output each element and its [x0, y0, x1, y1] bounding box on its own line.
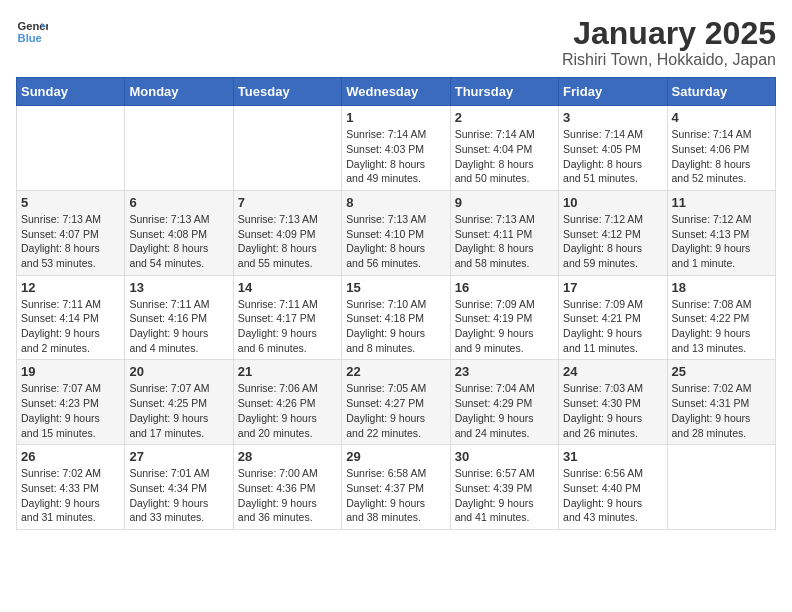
- calendar-cell: 4Sunrise: 7:14 AM Sunset: 4:06 PM Daylig…: [667, 106, 775, 191]
- calendar-cell: 1Sunrise: 7:14 AM Sunset: 4:03 PM Daylig…: [342, 106, 450, 191]
- calendar-cell: 13Sunrise: 7:11 AM Sunset: 4:16 PM Dayli…: [125, 275, 233, 360]
- calendar-week-row: 5Sunrise: 7:13 AM Sunset: 4:07 PM Daylig…: [17, 190, 776, 275]
- day-number: 26: [21, 449, 120, 464]
- day-number: 13: [129, 280, 228, 295]
- day-info: Sunrise: 7:10 AM Sunset: 4:18 PM Dayligh…: [346, 297, 445, 356]
- day-number: 12: [21, 280, 120, 295]
- day-info: Sunrise: 7:11 AM Sunset: 4:14 PM Dayligh…: [21, 297, 120, 356]
- day-number: 2: [455, 110, 554, 125]
- calendar-cell: 6Sunrise: 7:13 AM Sunset: 4:08 PM Daylig…: [125, 190, 233, 275]
- calendar-cell: 23Sunrise: 7:04 AM Sunset: 4:29 PM Dayli…: [450, 360, 558, 445]
- day-info: Sunrise: 7:13 AM Sunset: 4:11 PM Dayligh…: [455, 212, 554, 271]
- calendar-cell: 18Sunrise: 7:08 AM Sunset: 4:22 PM Dayli…: [667, 275, 775, 360]
- day-info: Sunrise: 7:07 AM Sunset: 4:25 PM Dayligh…: [129, 381, 228, 440]
- calendar-cell: 21Sunrise: 7:06 AM Sunset: 4:26 PM Dayli…: [233, 360, 341, 445]
- calendar-cell: [233, 106, 341, 191]
- day-info: Sunrise: 6:58 AM Sunset: 4:37 PM Dayligh…: [346, 466, 445, 525]
- calendar-cell: 19Sunrise: 7:07 AM Sunset: 4:23 PM Dayli…: [17, 360, 125, 445]
- day-number: 22: [346, 364, 445, 379]
- calendar-cell: 25Sunrise: 7:02 AM Sunset: 4:31 PM Dayli…: [667, 360, 775, 445]
- weekday-header: Tuesday: [233, 78, 341, 106]
- calendar-cell: 9Sunrise: 7:13 AM Sunset: 4:11 PM Daylig…: [450, 190, 558, 275]
- weekday-header: Friday: [559, 78, 667, 106]
- day-info: Sunrise: 7:01 AM Sunset: 4:34 PM Dayligh…: [129, 466, 228, 525]
- calendar-cell: [17, 106, 125, 191]
- day-info: Sunrise: 7:13 AM Sunset: 4:09 PM Dayligh…: [238, 212, 337, 271]
- day-number: 11: [672, 195, 771, 210]
- day-number: 19: [21, 364, 120, 379]
- calendar-cell: 24Sunrise: 7:03 AM Sunset: 4:30 PM Dayli…: [559, 360, 667, 445]
- calendar-week-row: 1Sunrise: 7:14 AM Sunset: 4:03 PM Daylig…: [17, 106, 776, 191]
- day-number: 4: [672, 110, 771, 125]
- calendar-cell: 20Sunrise: 7:07 AM Sunset: 4:25 PM Dayli…: [125, 360, 233, 445]
- day-info: Sunrise: 7:06 AM Sunset: 4:26 PM Dayligh…: [238, 381, 337, 440]
- day-number: 8: [346, 195, 445, 210]
- calendar-cell: 2Sunrise: 7:14 AM Sunset: 4:04 PM Daylig…: [450, 106, 558, 191]
- day-info: Sunrise: 7:00 AM Sunset: 4:36 PM Dayligh…: [238, 466, 337, 525]
- calendar-cell: [125, 106, 233, 191]
- calendar-cell: 15Sunrise: 7:10 AM Sunset: 4:18 PM Dayli…: [342, 275, 450, 360]
- calendar-cell: 28Sunrise: 7:00 AM Sunset: 4:36 PM Dayli…: [233, 445, 341, 530]
- weekday-header: Thursday: [450, 78, 558, 106]
- day-info: Sunrise: 7:14 AM Sunset: 4:03 PM Dayligh…: [346, 127, 445, 186]
- calendar-cell: 8Sunrise: 7:13 AM Sunset: 4:10 PM Daylig…: [342, 190, 450, 275]
- day-number: 23: [455, 364, 554, 379]
- calendar-cell: 16Sunrise: 7:09 AM Sunset: 4:19 PM Dayli…: [450, 275, 558, 360]
- logo: General Blue: [16, 16, 48, 48]
- calendar-cell: 26Sunrise: 7:02 AM Sunset: 4:33 PM Dayli…: [17, 445, 125, 530]
- calendar-week-row: 26Sunrise: 7:02 AM Sunset: 4:33 PM Dayli…: [17, 445, 776, 530]
- calendar-cell: 31Sunrise: 6:56 AM Sunset: 4:40 PM Dayli…: [559, 445, 667, 530]
- day-number: 16: [455, 280, 554, 295]
- day-info: Sunrise: 7:14 AM Sunset: 4:04 PM Dayligh…: [455, 127, 554, 186]
- day-info: Sunrise: 7:08 AM Sunset: 4:22 PM Dayligh…: [672, 297, 771, 356]
- day-number: 30: [455, 449, 554, 464]
- weekday-header: Sunday: [17, 78, 125, 106]
- day-number: 21: [238, 364, 337, 379]
- day-number: 5: [21, 195, 120, 210]
- calendar-cell: 17Sunrise: 7:09 AM Sunset: 4:21 PM Dayli…: [559, 275, 667, 360]
- day-number: 20: [129, 364, 228, 379]
- day-number: 14: [238, 280, 337, 295]
- calendar-cell: 22Sunrise: 7:05 AM Sunset: 4:27 PM Dayli…: [342, 360, 450, 445]
- day-info: Sunrise: 7:04 AM Sunset: 4:29 PM Dayligh…: [455, 381, 554, 440]
- weekday-header: Saturday: [667, 78, 775, 106]
- day-info: Sunrise: 7:13 AM Sunset: 4:07 PM Dayligh…: [21, 212, 120, 271]
- day-info: Sunrise: 7:03 AM Sunset: 4:30 PM Dayligh…: [563, 381, 662, 440]
- calendar-cell: 11Sunrise: 7:12 AM Sunset: 4:13 PM Dayli…: [667, 190, 775, 275]
- calendar-week-row: 19Sunrise: 7:07 AM Sunset: 4:23 PM Dayli…: [17, 360, 776, 445]
- title-block: January 2025 Rishiri Town, Hokkaido, Jap…: [562, 16, 776, 69]
- day-number: 28: [238, 449, 337, 464]
- day-number: 31: [563, 449, 662, 464]
- day-number: 1: [346, 110, 445, 125]
- day-number: 29: [346, 449, 445, 464]
- day-info: Sunrise: 7:14 AM Sunset: 4:05 PM Dayligh…: [563, 127, 662, 186]
- day-number: 7: [238, 195, 337, 210]
- day-number: 3: [563, 110, 662, 125]
- day-number: 6: [129, 195, 228, 210]
- day-info: Sunrise: 7:02 AM Sunset: 4:31 PM Dayligh…: [672, 381, 771, 440]
- day-info: Sunrise: 7:07 AM Sunset: 4:23 PM Dayligh…: [21, 381, 120, 440]
- calendar-cell: [667, 445, 775, 530]
- day-info: Sunrise: 7:13 AM Sunset: 4:08 PM Dayligh…: [129, 212, 228, 271]
- calendar-header-row: SundayMondayTuesdayWednesdayThursdayFrid…: [17, 78, 776, 106]
- calendar-cell: 7Sunrise: 7:13 AM Sunset: 4:09 PM Daylig…: [233, 190, 341, 275]
- calendar-cell: 12Sunrise: 7:11 AM Sunset: 4:14 PM Dayli…: [17, 275, 125, 360]
- day-info: Sunrise: 7:11 AM Sunset: 4:16 PM Dayligh…: [129, 297, 228, 356]
- calendar-cell: 30Sunrise: 6:57 AM Sunset: 4:39 PM Dayli…: [450, 445, 558, 530]
- day-number: 25: [672, 364, 771, 379]
- svg-text:Blue: Blue: [18, 32, 42, 44]
- calendar-cell: 14Sunrise: 7:11 AM Sunset: 4:17 PM Dayli…: [233, 275, 341, 360]
- day-number: 10: [563, 195, 662, 210]
- page-subtitle: Rishiri Town, Hokkaido, Japan: [562, 51, 776, 69]
- day-info: Sunrise: 7:12 AM Sunset: 4:12 PM Dayligh…: [563, 212, 662, 271]
- day-info: Sunrise: 7:05 AM Sunset: 4:27 PM Dayligh…: [346, 381, 445, 440]
- calendar-week-row: 12Sunrise: 7:11 AM Sunset: 4:14 PM Dayli…: [17, 275, 776, 360]
- calendar-cell: 27Sunrise: 7:01 AM Sunset: 4:34 PM Dayli…: [125, 445, 233, 530]
- weekday-header: Monday: [125, 78, 233, 106]
- day-number: 24: [563, 364, 662, 379]
- day-info: Sunrise: 7:14 AM Sunset: 4:06 PM Dayligh…: [672, 127, 771, 186]
- weekday-header: Wednesday: [342, 78, 450, 106]
- day-info: Sunrise: 7:09 AM Sunset: 4:19 PM Dayligh…: [455, 297, 554, 356]
- day-number: 17: [563, 280, 662, 295]
- day-info: Sunrise: 6:57 AM Sunset: 4:39 PM Dayligh…: [455, 466, 554, 525]
